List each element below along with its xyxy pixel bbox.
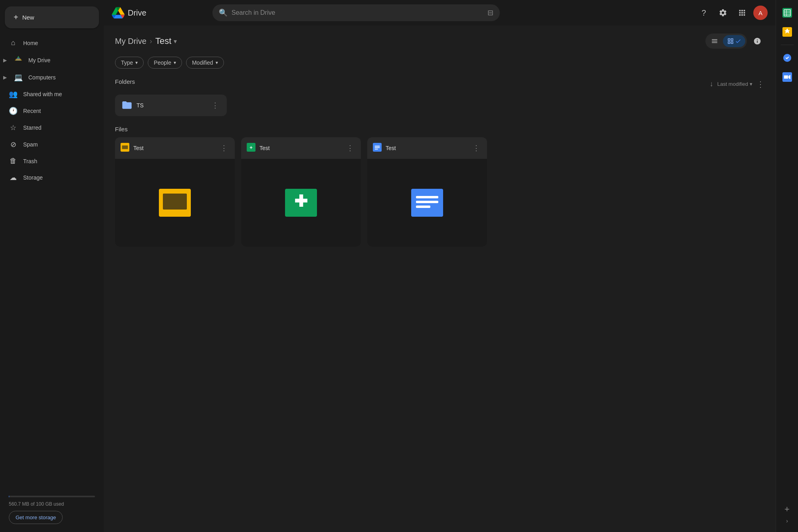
search-input[interactable] (232, 9, 483, 16)
breadcrumb-parent[interactable]: My Drive (115, 37, 147, 46)
info-button[interactable] (750, 34, 764, 48)
file-card-body-docs (367, 159, 487, 247)
svg-rect-1 (122, 145, 128, 149)
folder-grid: TS ⋮ (115, 95, 764, 116)
file-card-slides[interactable]: Test ⋮ (115, 137, 235, 247)
svg-text:+: + (249, 144, 253, 150)
search-bar: 🔍 ⊟ (212, 4, 500, 21)
files-grid: Test ⋮ + (115, 137, 764, 247)
settings-button[interactable] (715, 5, 731, 21)
sort-label[interactable]: Last modified ▾ (717, 81, 752, 87)
sidebar-item-recent[interactable]: 🕐 Recent (0, 103, 99, 119)
sidebar-label-storage: Storage (23, 174, 43, 181)
file-card-header-slides: Test ⋮ (115, 137, 235, 159)
tasks-panel-icon[interactable] (779, 50, 795, 66)
slides-icon (121, 143, 129, 154)
svg-rect-17 (416, 201, 438, 203)
folder-name-ts: TS (137, 102, 206, 109)
file-card-forms[interactable]: + Test ⋮ ✚ (241, 137, 361, 247)
filter-modified[interactable]: Modified ▾ (186, 57, 224, 69)
sidebar-item-shared[interactable]: 👥 Shared with me (0, 86, 99, 103)
sidebar-item-storage[interactable]: ☁ Storage (0, 169, 99, 186)
grid-view-button[interactable] (723, 35, 745, 47)
meet-panel-icon[interactable] (779, 69, 795, 85)
filter-type-chevron: ▾ (135, 60, 138, 65)
svg-rect-4 (163, 194, 187, 210)
filter-people[interactable]: People ▾ (148, 57, 182, 69)
sort-more-icon[interactable]: ⋮ (756, 79, 764, 89)
search-icon: 🔍 (219, 8, 228, 17)
sidebar-label-computers: Computers (28, 74, 55, 81)
filter-type[interactable]: Type ▾ (115, 57, 144, 69)
svg-rect-13 (375, 148, 378, 149)
storage-bar-fill (9, 496, 9, 497)
svg-text:✚: ✚ (294, 192, 308, 210)
breadcrumb-separator: › (150, 37, 152, 45)
file-card-body-slides (115, 159, 235, 247)
starred-icon: ☆ (9, 123, 18, 132)
svg-rect-12 (375, 147, 380, 148)
sidebar-item-spam[interactable]: ⊘ Spam (0, 136, 99, 153)
file-card-body-forms: ✚ (241, 159, 361, 247)
main-content: My Drive › Test ▾ (104, 26, 776, 532)
add-panel-icon[interactable]: + (784, 504, 790, 514)
file-card-docs[interactable]: Test ⋮ (367, 137, 487, 247)
keep-panel-icon[interactable] (779, 24, 795, 40)
file-name-forms: Test (259, 145, 341, 151)
sheets-panel-icon[interactable] (779, 5, 795, 21)
file-more-docs[interactable]: ⋮ (471, 142, 481, 154)
sidebar-item-starred[interactable]: ☆ Starred (0, 119, 99, 136)
folder-item-ts[interactable]: TS ⋮ (115, 95, 227, 116)
sidebar-item-computers[interactable]: ▶ 💻 Computers (0, 69, 99, 86)
spam-icon: ⊘ (9, 140, 18, 149)
shared-icon: 👥 (9, 90, 18, 99)
plus-icon: + (14, 13, 18, 22)
storage-section: 560.7 MB of 100 GB used Get more storage (0, 491, 104, 529)
file-more-slides[interactable]: ⋮ (219, 142, 229, 154)
sidebar-item-my-drive[interactable]: ▶ My Drive (0, 51, 99, 69)
sidebar-item-home[interactable]: ⌂ Home (0, 35, 99, 51)
file-name-slides: Test (133, 145, 215, 151)
file-more-forms[interactable]: ⋮ (345, 142, 355, 154)
breadcrumb-current[interactable]: Test ▾ (155, 36, 177, 46)
apps-button[interactable] (734, 5, 750, 21)
trash-icon: 🗑 (9, 157, 18, 165)
svg-rect-18 (416, 206, 430, 208)
svg-rect-16 (416, 196, 438, 198)
sidebar-label-trash: Trash (23, 158, 37, 164)
filter-icon[interactable]: ⊟ (487, 8, 493, 17)
filter-people-chevron: ▾ (174, 60, 176, 65)
home-icon: ⌂ (9, 39, 18, 47)
recent-icon: 🕐 (9, 107, 18, 115)
sidebar-item-trash[interactable]: 🗑 Trash (0, 153, 99, 169)
computers-arrow: ▶ (3, 75, 7, 80)
sidebar: + New ⌂ Home ▶ My Drive ▶ 💻 Computers 👥 … (0, 0, 104, 532)
breadcrumb-current-label: Test (155, 36, 171, 46)
folder-more-button[interactable]: ⋮ (210, 99, 220, 111)
filter-people-label: People (154, 59, 171, 66)
folders-heading: Folders (115, 78, 135, 85)
right-panel: + › (776, 0, 798, 532)
sidebar-label-my-drive: My Drive (28, 57, 50, 63)
files-heading: Files (115, 126, 128, 133)
breadcrumb-chevron-icon: ▾ (174, 38, 177, 45)
filter-type-label: Type (121, 59, 133, 66)
my-drive-arrow: ▶ (3, 57, 7, 63)
sort-chevron-icon: ▾ (750, 81, 752, 87)
sidebar-label-starred: Starred (23, 125, 42, 131)
docs-icon (373, 143, 382, 154)
svg-rect-11 (375, 146, 380, 146)
drive-logo[interactable]: Drive (112, 6, 208, 19)
new-button[interactable]: + New (5, 6, 99, 28)
get-more-storage-button[interactable]: Get more storage (9, 511, 63, 524)
panel-collapse-icon[interactable]: › (786, 518, 788, 524)
help-button[interactable]: ? (696, 5, 712, 21)
file-card-header-docs: Test ⋮ (367, 137, 487, 159)
file-card-header-forms: + Test ⋮ (241, 137, 361, 159)
sidebar-label-shared: Shared with me (23, 91, 62, 97)
sidebar-label-recent: Recent (23, 108, 41, 114)
avatar[interactable]: A (753, 6, 768, 20)
sort-direction-icon[interactable]: ↓ (710, 80, 713, 88)
breadcrumb-toolbar (705, 34, 764, 49)
list-view-button[interactable] (707, 35, 722, 47)
